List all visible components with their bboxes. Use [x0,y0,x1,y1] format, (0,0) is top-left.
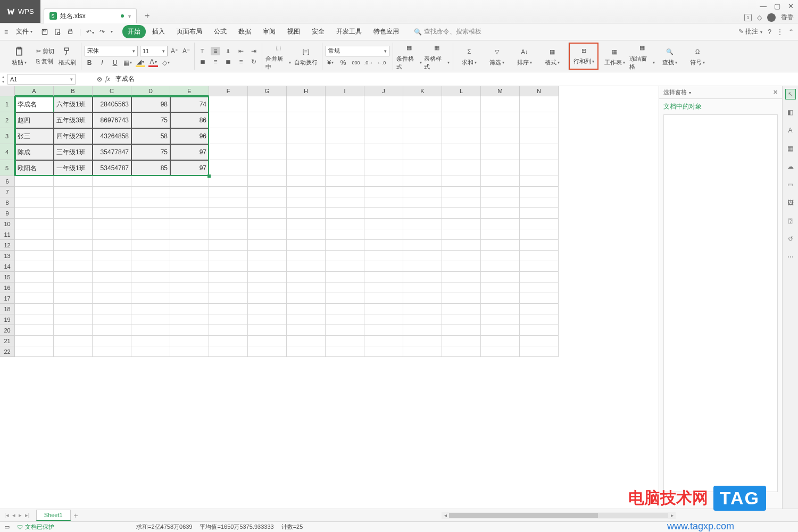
cell[interactable] [131,272,170,282]
cell[interactable] [93,314,131,325]
worksheet-button[interactable]: ▦工作表▾ [602,46,627,66]
column-header[interactable]: N [520,86,559,96]
cell[interactable] [170,187,209,197]
cell[interactable] [520,304,559,314]
row-header[interactable]: 6 [0,176,15,187]
align-bottom-icon[interactable]: ⫫ [223,47,233,55]
cell[interactable] [287,336,326,346]
cell[interactable] [442,325,481,336]
cell[interactable]: 86976743 [93,112,131,128]
cell[interactable] [520,293,559,304]
table-style-button[interactable]: ▦表格样式▾ [424,42,450,71]
add-tab-button[interactable]: + [140,9,155,23]
add-sheet-button[interactable]: + [74,511,78,520]
cell[interactable] [520,208,559,219]
cell[interactable] [442,304,481,314]
increase-font-icon[interactable]: A⁺ [170,47,179,55]
cell[interactable] [442,160,481,176]
cell[interactable] [248,187,287,197]
cell[interactable] [93,272,131,282]
cell[interactable] [520,197,559,208]
cell[interactable] [403,197,442,208]
cell[interactable] [364,187,403,197]
cell[interactable] [209,160,248,176]
cell[interactable] [520,336,559,346]
cell[interactable] [54,219,93,229]
cell[interactable] [15,346,54,357]
maximize-button[interactable]: ▢ [774,2,780,10]
paste-button[interactable]: 粘贴▾ [6,46,32,66]
row-header[interactable]: 13 [0,251,15,261]
sort-button[interactable]: A↓排序▾ [512,46,537,66]
cell[interactable] [520,251,559,261]
cell[interactable] [326,346,364,357]
cell[interactable] [520,282,559,293]
cell[interactable] [248,128,287,144]
cell[interactable] [287,229,326,240]
close-button[interactable]: ✕ [788,2,794,10]
cell[interactable] [481,128,520,144]
cell[interactable] [520,261,559,272]
cell[interactable] [364,240,403,251]
decrease-font-icon[interactable]: A⁻ [181,47,191,55]
row-header[interactable]: 4 [0,144,15,160]
cell[interactable] [442,240,481,251]
sheet-last-icon[interactable]: ▸| [24,512,31,519]
cell[interactable] [93,304,131,314]
cell[interactable] [403,240,442,251]
cell[interactable] [131,261,170,272]
cell[interactable] [520,272,559,282]
cell[interactable] [364,229,403,240]
cell[interactable] [520,96,559,112]
cancel-formula-icon[interactable]: ⊗ [97,76,102,83]
cell[interactable] [287,272,326,282]
cell[interactable] [403,346,442,357]
user-avatar[interactable] [767,13,776,22]
cell[interactable]: 53454787 [93,160,131,176]
column-header[interactable]: M [481,86,520,96]
row-header[interactable]: 3 [0,128,15,144]
cell[interactable] [442,128,481,144]
tab-special[interactable]: 特色应用 [368,25,404,38]
cell[interactable] [364,251,403,261]
cell[interactable] [481,197,520,208]
row-header[interactable]: 5 [0,160,15,176]
row-header[interactable]: 10 [0,219,15,229]
tab-layout[interactable]: 页面布局 [171,25,207,38]
cell[interactable] [209,325,248,336]
column-header[interactable]: K [403,86,442,96]
italic-icon[interactable]: I [97,59,107,67]
cell[interactable] [326,314,364,325]
cell[interactable]: 75 [131,144,170,160]
cell[interactable] [248,160,287,176]
cell[interactable] [481,240,520,251]
decrease-indent-icon[interactable]: ⇤ [236,47,246,55]
row-header[interactable]: 12 [0,240,15,251]
percent-icon[interactable]: % [338,59,348,67]
align-center-icon[interactable]: ≡ [211,57,220,66]
thousands-icon[interactable]: 000 [351,59,361,67]
cell[interactable] [248,219,287,229]
row-header[interactable]: 9 [0,208,15,219]
find-button[interactable]: 🔍查找▾ [657,46,683,66]
cell[interactable] [54,304,93,314]
cell[interactable]: 六年级1班 [54,96,93,112]
history-icon[interactable]: ↺ [786,234,795,244]
cell[interactable]: 五年级3班 [54,112,93,128]
cell[interactable] [248,346,287,357]
cell[interactable] [520,240,559,251]
cell[interactable] [442,282,481,293]
border-icon[interactable]: ▦▾ [123,59,132,67]
cell[interactable] [364,261,403,272]
row-header[interactable]: 7 [0,187,15,197]
cell[interactable] [287,346,326,357]
cell[interactable] [54,208,93,219]
cell[interactable]: 86 [170,112,209,128]
cell[interactable] [287,240,326,251]
cell[interactable] [15,282,54,293]
cell[interactable] [248,251,287,261]
cell[interactable] [403,293,442,304]
cell[interactable] [131,251,170,261]
cell[interactable] [131,187,170,197]
cell[interactable]: 97 [170,144,209,160]
